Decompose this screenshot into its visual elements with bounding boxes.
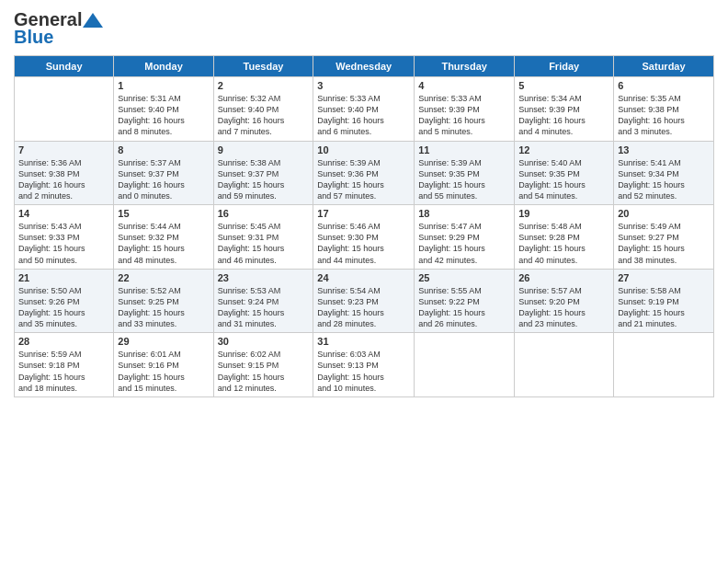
day-info: Sunrise: 5:39 AMSunset: 9:36 PMDaylight:… (317, 157, 410, 202)
day-info: Sunrise: 5:34 AMSunset: 9:39 PMDaylight:… (518, 93, 609, 138)
calendar-cell: 18Sunrise: 5:47 AMSunset: 9:29 PMDayligh… (415, 205, 515, 270)
day-info: Sunrise: 5:50 AMSunset: 9:26 PMDaylight:… (18, 285, 109, 330)
logo-blue: Blue (14, 27, 53, 48)
calendar-cell: 11Sunrise: 5:39 AMSunset: 9:35 PMDayligh… (415, 141, 515, 205)
calendar-cell: 19Sunrise: 5:48 AMSunset: 9:28 PMDayligh… (515, 205, 614, 270)
day-number: 10 (317, 144, 410, 155)
day-number: 25 (418, 272, 510, 283)
calendar-week-3: 14Sunrise: 5:43 AMSunset: 9:33 PMDayligh… (15, 205, 714, 270)
day-number: 27 (618, 272, 710, 283)
day-number: 1 (118, 80, 209, 91)
day-number: 22 (118, 272, 209, 283)
calendar-cell: 23Sunrise: 5:53 AMSunset: 9:24 PMDayligh… (213, 269, 313, 333)
day-number: 29 (118, 336, 209, 347)
day-info: Sunrise: 6:03 AMSunset: 9:13 PMDaylight:… (317, 349, 410, 394)
day-info: Sunrise: 6:01 AMSunset: 9:16 PMDaylight:… (118, 349, 209, 394)
day-info: Sunrise: 5:48 AMSunset: 9:28 PMDaylight:… (518, 221, 609, 266)
calendar-cell (15, 77, 114, 142)
day-number: 8 (118, 144, 209, 155)
day-info: Sunrise: 5:39 AMSunset: 9:35 PMDaylight:… (418, 157, 510, 202)
day-number: 4 (418, 80, 510, 91)
calendar-cell: 28Sunrise: 5:59 AMSunset: 9:18 PMDayligh… (15, 333, 114, 397)
calendar-cell: 27Sunrise: 5:58 AMSunset: 9:19 PMDayligh… (614, 269, 714, 333)
calendar-cell: 22Sunrise: 5:52 AMSunset: 9:25 PMDayligh… (114, 269, 213, 333)
calendar-cell: 5Sunrise: 5:34 AMSunset: 9:39 PMDaylight… (515, 77, 614, 142)
calendar-cell: 15Sunrise: 5:44 AMSunset: 9:32 PMDayligh… (114, 205, 213, 270)
calendar-cell: 29Sunrise: 6:01 AMSunset: 9:16 PMDayligh… (114, 333, 213, 397)
day-info: Sunrise: 5:32 AMSunset: 9:40 PMDaylight:… (218, 93, 310, 138)
weekday-header-sunday: Sunday (15, 56, 114, 77)
day-number: 21 (18, 272, 109, 283)
day-number: 13 (618, 144, 710, 155)
day-info: Sunrise: 5:46 AMSunset: 9:30 PMDaylight:… (317, 221, 410, 266)
weekday-header-tuesday: Tuesday (213, 56, 313, 77)
day-info: Sunrise: 5:55 AMSunset: 9:22 PMDaylight:… (418, 285, 510, 330)
day-number: 9 (218, 144, 310, 155)
calendar-week-4: 21Sunrise: 5:50 AMSunset: 9:26 PMDayligh… (15, 269, 714, 333)
day-info: Sunrise: 5:35 AMSunset: 9:38 PMDaylight:… (618, 93, 710, 138)
day-number: 17 (317, 208, 410, 219)
weekday-header-wednesday: Wednesday (313, 56, 415, 77)
day-number: 20 (618, 208, 710, 219)
day-number: 19 (518, 208, 609, 219)
day-info: Sunrise: 5:40 AMSunset: 9:35 PMDaylight:… (518, 157, 609, 202)
day-info: Sunrise: 5:37 AMSunset: 9:37 PMDaylight:… (118, 157, 209, 202)
calendar-cell: 9Sunrise: 5:38 AMSunset: 9:37 PMDaylight… (213, 141, 313, 205)
calendar-cell: 20Sunrise: 5:49 AMSunset: 9:27 PMDayligh… (614, 205, 714, 270)
day-info: Sunrise: 5:59 AMSunset: 9:18 PMDaylight:… (18, 349, 109, 394)
day-info: Sunrise: 5:44 AMSunset: 9:32 PMDaylight:… (118, 221, 209, 266)
day-info: Sunrise: 5:53 AMSunset: 9:24 PMDaylight:… (218, 285, 310, 330)
weekday-header-monday: Monday (114, 56, 213, 77)
day-number: 30 (218, 336, 310, 347)
calendar-cell: 21Sunrise: 5:50 AMSunset: 9:26 PMDayligh… (15, 269, 114, 333)
weekday-header-saturday: Saturday (614, 56, 714, 77)
calendar-cell: 4Sunrise: 5:33 AMSunset: 9:39 PMDaylight… (415, 77, 515, 142)
day-number: 16 (218, 208, 310, 219)
day-info: Sunrise: 5:47 AMSunset: 9:29 PMDaylight:… (418, 221, 510, 266)
day-number: 31 (317, 336, 410, 347)
day-number: 28 (18, 336, 109, 347)
calendar-cell: 30Sunrise: 6:02 AMSunset: 9:15 PMDayligh… (213, 333, 313, 397)
logo-icon (83, 13, 103, 28)
calendar-cell: 7Sunrise: 5:36 AMSunset: 9:38 PMDaylight… (15, 141, 114, 205)
calendar-cell: 2Sunrise: 5:32 AMSunset: 9:40 PMDaylight… (213, 77, 313, 142)
day-info: Sunrise: 5:49 AMSunset: 9:27 PMDaylight:… (618, 221, 710, 266)
calendar-cell: 8Sunrise: 5:37 AMSunset: 9:37 PMDaylight… (114, 141, 213, 205)
day-number: 15 (118, 208, 209, 219)
weekday-header-friday: Friday (515, 56, 614, 77)
calendar-cell (415, 333, 515, 397)
day-info: Sunrise: 5:52 AMSunset: 9:25 PMDaylight:… (118, 285, 209, 330)
calendar-cell: 26Sunrise: 5:57 AMSunset: 9:20 PMDayligh… (515, 269, 614, 333)
day-number: 12 (518, 144, 609, 155)
day-number: 6 (618, 80, 710, 91)
day-info: Sunrise: 5:45 AMSunset: 9:31 PMDaylight:… (218, 221, 310, 266)
calendar-cell: 17Sunrise: 5:46 AMSunset: 9:30 PMDayligh… (313, 205, 415, 270)
day-info: Sunrise: 5:33 AMSunset: 9:39 PMDaylight:… (418, 93, 510, 138)
day-number: 18 (418, 208, 510, 219)
day-info: Sunrise: 5:41 AMSunset: 9:34 PMDaylight:… (618, 157, 710, 202)
weekday-header-row: SundayMondayTuesdayWednesdayThursdayFrid… (15, 56, 714, 77)
calendar-table: SundayMondayTuesdayWednesdayThursdayFrid… (14, 55, 714, 397)
day-number: 7 (18, 144, 109, 155)
day-info: Sunrise: 5:38 AMSunset: 9:37 PMDaylight:… (218, 157, 310, 202)
calendar-cell: 1Sunrise: 5:31 AMSunset: 9:40 PMDaylight… (114, 77, 213, 142)
calendar-cell: 14Sunrise: 5:43 AMSunset: 9:33 PMDayligh… (15, 205, 114, 270)
day-info: Sunrise: 5:54 AMSunset: 9:23 PMDaylight:… (317, 285, 410, 330)
day-info: Sunrise: 5:31 AMSunset: 9:40 PMDaylight:… (118, 93, 209, 138)
day-number: 24 (317, 272, 410, 283)
calendar-week-5: 28Sunrise: 5:59 AMSunset: 9:18 PMDayligh… (15, 333, 714, 397)
svg-marker-0 (83, 13, 103, 28)
day-number: 14 (18, 208, 109, 219)
header: General Blue (14, 9, 714, 48)
calendar-week-1: 1Sunrise: 5:31 AMSunset: 9:40 PMDaylight… (15, 77, 714, 142)
day-number: 3 (317, 80, 410, 91)
calendar-cell: 10Sunrise: 5:39 AMSunset: 9:36 PMDayligh… (313, 141, 415, 205)
day-info: Sunrise: 5:36 AMSunset: 9:38 PMDaylight:… (18, 157, 109, 202)
calendar-cell (614, 333, 714, 397)
calendar-cell: 13Sunrise: 5:41 AMSunset: 9:34 PMDayligh… (614, 141, 714, 205)
calendar-cell: 24Sunrise: 5:54 AMSunset: 9:23 PMDayligh… (313, 269, 415, 333)
day-number: 11 (418, 144, 510, 155)
calendar-cell (515, 333, 614, 397)
weekday-header-thursday: Thursday (415, 56, 515, 77)
day-info: Sunrise: 6:02 AMSunset: 9:15 PMDaylight:… (218, 349, 310, 394)
